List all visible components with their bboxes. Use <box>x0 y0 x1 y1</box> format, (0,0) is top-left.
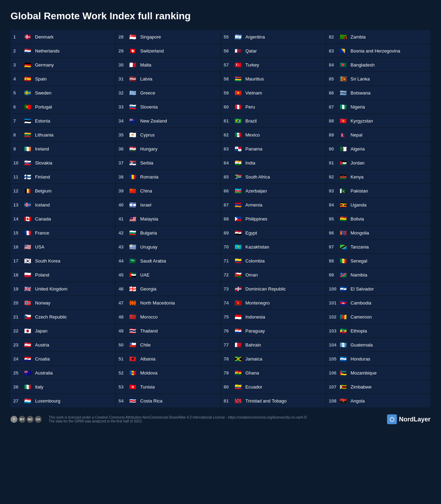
country-flag: 🇧🇩 <box>339 60 348 69</box>
table-row: 84🇧🇩Bangladesh <box>326 58 430 71</box>
country-name: Morocco <box>140 314 158 320</box>
country-name: Jordan <box>351 160 365 166</box>
table-row: 63🇵🇦Panama <box>221 142 325 155</box>
table-row: 27🇱🇺Luxembourg <box>11 394 115 407</box>
rank-number: 92 <box>329 174 339 180</box>
country-name: Mongolia <box>351 230 369 236</box>
rank-number: 42 <box>118 230 128 236</box>
rank-number: 59 <box>224 90 234 96</box>
country-name: Romania <box>140 174 158 180</box>
table-row: 81🇹🇹Trinidad and Tobago <box>221 394 325 407</box>
footer-license-text: This work is licensed under a Creative C… <box>49 415 380 423</box>
table-row: 56🇶🇦Qatar <box>221 44 325 57</box>
country-flag: 🇫🇷 <box>23 228 32 237</box>
rank-number: 13 <box>13 202 23 208</box>
country-flag: 🇲🇾 <box>128 214 137 223</box>
country-flag: 🇳🇱 <box>23 46 32 55</box>
country-name: Switzerland <box>140 48 164 54</box>
country-flag: 🇻🇳 <box>234 88 243 97</box>
table-row: 30🇲🇹Malta <box>116 58 220 71</box>
table-row: 37🇷🇸Serbia <box>116 156 220 169</box>
country-flag: 🇧🇴 <box>339 214 348 223</box>
country-flag: 🇲🇺 <box>234 74 243 83</box>
rank-number: 58 <box>224 76 234 82</box>
country-flag: 🇰🇿 <box>234 242 243 251</box>
country-name: Australia <box>35 370 53 376</box>
rank-number: 21 <box>13 314 23 320</box>
table-row: 40🇮🇱Israel <box>116 198 220 211</box>
country-name: Peru <box>246 104 255 110</box>
rank-number: 99 <box>329 272 339 278</box>
table-row: 13🇮🇸Iceland <box>11 198 115 211</box>
country-name: Tanzania <box>351 244 369 250</box>
country-name: Finland <box>35 174 50 180</box>
table-row: 69🇪🇬Egypt <box>221 226 325 239</box>
country-name: Denmark <box>35 34 54 40</box>
country-flag: 🇸🇪 <box>23 88 32 97</box>
table-row: 11🇫🇮Finland <box>11 170 115 183</box>
country-name: Luxembourg <box>35 398 60 404</box>
country-flag: 🇳🇿 <box>128 116 137 125</box>
column-3: 55🇦🇷Argentina56🇶🇦Qatar57🇹🇷Turkey58🇲🇺Maur… <box>221 30 325 407</box>
column-1: 1🇩🇰Denmark2🇳🇱Netherlands3🇩🇪Germany4🇪🇸Spa… <box>11 30 115 407</box>
table-row: 31🇱🇻Latvia <box>116 72 220 85</box>
rank-number: 86 <box>329 90 339 96</box>
country-flag: 🇱🇹 <box>23 130 32 139</box>
table-row: 16🇺🇸USA <box>11 240 115 253</box>
rank-number: 6 <box>13 104 23 110</box>
country-flag: 🇧🇭 <box>234 340 243 349</box>
country-name: Iceland <box>35 202 50 208</box>
rank-number: 41 <box>118 216 128 222</box>
table-row: 107🇿🇼Zimbabwe <box>326 380 430 393</box>
rank-number: 101 <box>329 300 339 306</box>
country-name: Pakistan <box>351 188 368 194</box>
country-name: Jamaica <box>246 356 262 362</box>
rank-number: 82 <box>329 34 339 40</box>
country-name: Chile <box>140 342 151 348</box>
table-row: 73🇩🇴Dominican Republic <box>221 282 325 295</box>
rank-number: 15 <box>13 230 23 236</box>
rank-number: 18 <box>13 272 23 278</box>
rank-number: 88 <box>329 118 339 124</box>
table-row: 54🇨🇷Costa Rica <box>116 394 220 407</box>
column-2: 28🇸🇬Singapore29🇨🇭Switzerland30🇲🇹Malta31🇱… <box>116 30 220 407</box>
table-row: 97🇹🇿Tanzania <box>326 240 430 253</box>
rank-number: 52 <box>118 370 128 376</box>
country-name: Latvia <box>140 76 152 82</box>
country-flag: 🇬🇪 <box>128 284 137 293</box>
country-flag: 🇶🇦 <box>234 46 243 55</box>
country-flag: 🇬🇧 <box>23 284 32 293</box>
rank-number: 23 <box>13 342 23 348</box>
country-flag: 🇦🇲 <box>234 200 243 209</box>
country-flag: 🇨🇭 <box>128 46 137 55</box>
country-flag: 🇩🇰 <box>23 32 32 41</box>
country-flag: 🇮🇸 <box>23 200 32 209</box>
country-flag: 🇿🇲 <box>339 32 348 41</box>
country-flag: 🇧🇼 <box>339 88 348 97</box>
country-name: El Salvador <box>351 286 374 292</box>
table-row: 83🇧🇦Bosnia and Herzegovina <box>326 44 430 57</box>
country-flag: 🇨🇳 <box>128 186 137 195</box>
country-name: Nepal <box>351 132 363 138</box>
rank-number: 19 <box>13 286 23 292</box>
table-row: 89🇳🇵Nepal <box>326 128 430 141</box>
table-row: 104🇬🇹Guatemala <box>326 338 430 351</box>
rank-number: 35 <box>118 132 128 138</box>
table-row: 55🇦🇷Argentina <box>221 30 325 43</box>
country-flag: 🇰🇭 <box>339 298 348 307</box>
rank-number: 71 <box>224 258 234 264</box>
rank-number: 49 <box>118 328 128 334</box>
table-row: 10🇸🇰Slovakia <box>11 156 115 169</box>
rank-number: 38 <box>118 174 128 180</box>
country-flag: 🇲🇿 <box>339 368 348 377</box>
country-flag: 🇲🇦 <box>128 312 137 321</box>
country-name: Israel <box>140 202 151 208</box>
table-row: 33🇸🇮Slovenia <box>116 100 220 113</box>
country-name: Hungary <box>140 146 157 152</box>
country-name: New Zealand <box>140 118 167 124</box>
table-row: 93🇵🇰Pakistan <box>326 184 430 197</box>
rank-number: 102 <box>329 314 339 320</box>
country-name: Italy <box>35 384 43 390</box>
country-name: Japan <box>35 328 47 334</box>
table-row: 85🇱🇰Sri Lanka <box>326 72 430 85</box>
